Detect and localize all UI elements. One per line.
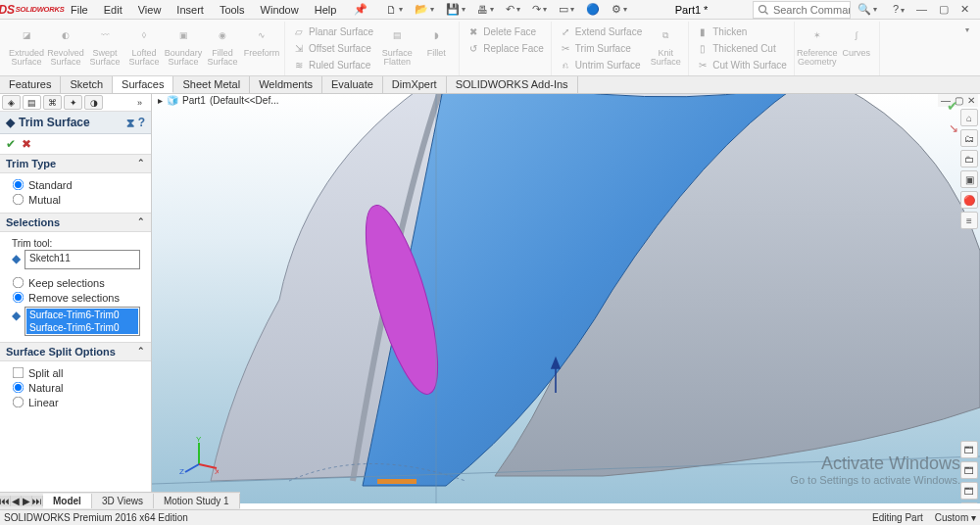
fm-tab-display-icon[interactable]: ◑ [84,95,103,110]
extend-surface-button[interactable]: ⤢Extend Surface [555,24,646,40]
qa-save-icon[interactable]: 💾 [443,1,468,18]
qa-select-icon[interactable]: ▭ [556,1,577,18]
trim-tool-select-icon[interactable]: ◆ [12,252,21,265]
pm-ok-button[interactable]: ✔ [6,137,16,151]
untrim-surface-button[interactable]: ⎌Untrim Surface [555,58,646,73]
qa-options-icon[interactable]: ⚙ [609,1,630,18]
tab-scroll-prev-icon[interactable]: ◀ [11,496,22,506]
search-box[interactable] [753,1,851,19]
qa-new-icon[interactable]: 🗋 [383,1,406,18]
pm-cancel-button[interactable]: ✖ [22,137,31,151]
ruled-surface-button[interactable]: ≋Ruled Surface [288,58,377,73]
tab-scroll-first-icon[interactable]: ⏮ [0,496,11,506]
planar-surface-button[interactable]: ▱Planar Surface [288,24,377,40]
menu-help[interactable]: Help [307,1,345,19]
fillet-button[interactable]: ◗Fillet [416,22,456,75]
cut-with-surface-button[interactable]: ✂Cut With Surface [692,58,791,73]
tab-scroll-next-icon[interactable]: ▶ [22,496,32,506]
thicken-button[interactable]: ▮Thicken [692,24,791,40]
tab-motion-study[interactable]: Motion Study 1 [154,494,240,508]
tab-weldments[interactable]: Weldments [250,76,322,93]
radio-natural[interactable]: Natural [12,380,143,395]
surface-flatten-button[interactable]: ▤Surface Flatten [377,22,416,75]
tab-model[interactable]: Model [43,494,92,508]
orientation-triad[interactable]: Y X Z [179,435,219,474]
search-mode-icon[interactable]: 🔍 [855,3,880,16]
close-icon[interactable]: ✕ [957,1,972,18]
qa-undo-icon[interactable]: ↶ [503,1,523,18]
status-custom[interactable]: Custom ▾ [935,512,976,523]
tp-view-icon[interactable]: ▣ [960,170,978,188]
qa-redo-icon[interactable]: ↷ [529,1,550,18]
knit-surface-button[interactable]: ⧉Knit Surface [646,22,685,75]
section-trim-type[interactable]: Trim Type [0,154,151,173]
delete-face-button[interactable]: ✖Delete Face [463,24,548,40]
menu-insert[interactable]: Insert [169,1,212,19]
qa-print-icon[interactable]: 🖶 [474,1,497,18]
viewport-confirm-icon[interactable]: ✔ [947,98,958,114]
tab-3d-views[interactable]: 3D Views [92,494,154,508]
check-split-all[interactable]: Split all [12,365,143,380]
menu-file[interactable]: File [63,1,96,19]
help-icon[interactable]: ? [890,1,907,18]
qa-rebuild-icon[interactable]: 🔵 [583,1,603,18]
tab-sketch[interactable]: Sketch [61,76,113,93]
tp-library-icon[interactable]: 🗀 [960,150,978,167]
tp-c-icon[interactable]: 🗔 [960,482,978,500]
search-input[interactable] [773,4,850,16]
tab-evaluate[interactable]: Evaluate [322,76,383,93]
qa-open-icon[interactable]: 📂 [412,1,437,18]
tp-resources-icon[interactable]: 🗂 [960,129,978,147]
graphics-viewport[interactable]: — ▢ ✕ ▸ 🧊Part1(Default<<Def... Plane4 🔍 … [152,94,980,503]
pin-icon[interactable]: 📌 [344,3,377,16]
tab-sheet-metal[interactable]: Sheet Metal [173,76,250,93]
trim-tool-list[interactable]: Sketch11 [24,250,140,269]
radio-standard[interactable]: Standard [12,177,143,192]
pm-pushpin-icon[interactable]: ⧗ [126,116,134,129]
fm-tab-dim-icon[interactable]: ✦ [64,95,82,110]
ribbon-menu-icon[interactable]: ▾ [962,25,972,34]
fm-tab-tree-icon[interactable]: ◈ [2,95,21,110]
minimize-icon[interactable]: — [913,1,930,18]
radio-mutual[interactable]: Mutual [12,192,143,207]
fm-tab-config-icon[interactable]: ⌘ [43,95,62,110]
tp-b-icon[interactable]: 🗔 [960,461,978,479]
radio-remove[interactable]: Remove selections [12,290,143,305]
fm-tab-pm-icon[interactable]: ▤ [23,95,41,110]
filled-surface-button[interactable]: ◉Filled Surface [203,22,242,75]
offset-surface-button[interactable]: ⇲Offset Surface [288,41,377,57]
tab-dimxpert[interactable]: DimXpert [383,76,447,93]
tp-d-icon[interactable]: 🗔 [960,502,978,503]
section-selections[interactable]: Selections [0,213,151,232]
menu-view[interactable]: View [130,1,170,19]
tp-props-icon[interactable]: ≡ [960,212,978,229]
section-split-options[interactable]: Surface Split Options [0,342,151,361]
selection-list[interactable]: Surface-Trim6-Trim0 Surface-Trim6-Trim0 [24,307,140,336]
extruded-surface-button[interactable]: ◪Extruded Surface [7,22,46,75]
boundary-surface-button[interactable]: ▣Boundary Surface [164,22,203,75]
tp-a-icon[interactable]: 🗔 [960,441,978,458]
revolved-surface-button[interactable]: ◐Revolved Surface [46,22,85,75]
lofted-surface-button[interactable]: ◊Lofted Surface [124,22,164,75]
trim-surface-button[interactable]: ✂Trim Surface [555,41,646,57]
fm-expand-icon[interactable]: » [130,95,149,110]
reference-geometry-button[interactable]: ✶Reference Geometry [798,22,837,75]
replace-face-button[interactable]: ↺Replace Face [463,41,548,57]
tab-scroll-last-icon[interactable]: ⏭ [32,496,43,506]
tab-features[interactable]: Features [0,76,61,93]
tab-surfaces[interactable]: Surfaces [113,76,173,93]
tab-addins[interactable]: SOLIDWORKS Add-Ins [447,76,578,93]
radio-keep[interactable]: Keep selections [12,275,143,290]
freeform-button[interactable]: ∿Freeform [242,22,281,75]
maximize-icon[interactable]: ▢ [936,1,952,18]
tp-home-icon[interactable]: ⌂ [960,109,978,126]
pm-help-icon[interactable]: ? [138,116,145,129]
curves-button[interactable]: ∫Curves [837,22,876,75]
menu-tools[interactable]: Tools [212,1,253,19]
selection-list-icon[interactable]: ◆ [12,309,21,322]
radio-linear[interactable]: Linear [12,395,143,409]
swept-surface-button[interactable]: 〰Swept Surface [85,22,124,75]
menu-window[interactable]: Window [253,1,307,19]
menu-edit[interactable]: Edit [96,1,130,19]
viewport-cancel-icon[interactable]: ↘ [949,121,958,135]
